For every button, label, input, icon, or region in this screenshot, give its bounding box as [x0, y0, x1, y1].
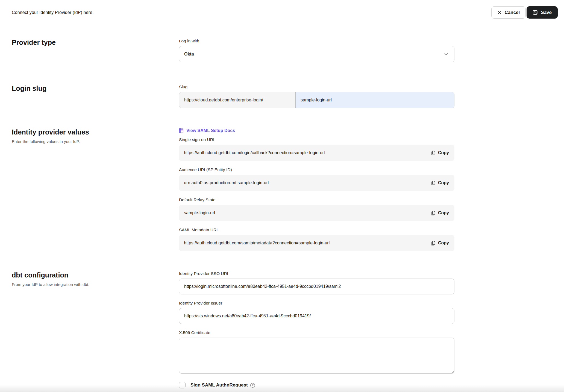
docs-icon: [179, 128, 184, 133]
cancel-button[interactable]: Cancel: [491, 6, 526, 19]
sign-authn-request-row: Sign SAML AuthnRequest ?: [179, 382, 454, 388]
idp-sso-url-label: Identity Provider SSO URL: [179, 271, 454, 276]
copy-icon: [431, 241, 436, 246]
sso-url-value: https://auth.cloud.getdbt.com/login/call…: [184, 150, 325, 155]
provider-type-section: Provider type Log in with Okta: [0, 38, 564, 62]
slug-label: Slug: [179, 84, 454, 90]
login-slug-section: Login slug Slug https://cloud.getdbt.com…: [0, 84, 564, 108]
sign-authn-request-checkbox[interactable]: [179, 382, 186, 388]
save-button[interactable]: Save: [527, 6, 558, 19]
provider-select-value: Okta: [184, 52, 194, 57]
login-slug-heading: Login slug: [12, 84, 168, 92]
dbt-configuration-section: dbt configuration From your IdP to allow…: [0, 271, 564, 388]
sso-url-field: Single sign-on URL https://auth.cloud.ge…: [179, 137, 454, 161]
copy-button[interactable]: Copy: [430, 149, 450, 157]
sign-authn-request-label: Sign SAML AuthnRequest: [190, 382, 248, 388]
copy-button-label: Copy: [438, 241, 449, 245]
view-saml-docs-link[interactable]: View SAML Setup Docs: [179, 128, 235, 133]
copy-button-label: Copy: [438, 150, 449, 155]
copy-row: https://auth.cloud.getdbt.com/samlp/meta…: [179, 235, 454, 251]
page-header: Connect your Identity Provider (IdP) her…: [0, 0, 564, 19]
certificate-label: X.509 Certificate: [179, 330, 454, 335]
idp-values-section: Identity provider values Enter the follo…: [0, 128, 564, 251]
audience-uri-label: Audience URI (SP Entity ID): [179, 167, 454, 172]
relay-state-field: Default Relay State sample-login-url Cop…: [179, 197, 454, 221]
dbt-config-heading: dbt configuration: [12, 271, 168, 279]
close-icon: [497, 10, 502, 15]
copy-button-label: Copy: [438, 210, 449, 215]
certificate-textarea[interactable]: [179, 338, 454, 374]
provider-select[interactable]: Okta: [179, 46, 454, 62]
slug-input[interactable]: [295, 92, 454, 108]
view-saml-docs-label: View SAML Setup Docs: [186, 128, 235, 133]
copy-button[interactable]: Copy: [430, 179, 450, 187]
idp-issuer-label: Identity Provider Issuer: [179, 300, 454, 306]
copy-icon: [431, 210, 436, 216]
svg-text:?: ?: [252, 384, 254, 387]
idp-values-subtext: Enter the following values in your IdP.: [12, 139, 168, 144]
metadata-url-field: SAML Metadata URL https://auth.cloud.get…: [179, 227, 454, 251]
sso-url-label: Single sign-on URL: [179, 137, 454, 142]
chevron-down-icon: [444, 53, 448, 55]
audience-uri-value: urn:auth0:us-production-mt:sample-login-…: [184, 180, 269, 185]
dbt-config-subtext: From your IdP to allow integration with …: [12, 282, 168, 287]
copy-button-label: Copy: [438, 180, 449, 185]
copy-button[interactable]: Copy: [430, 209, 450, 217]
idp-sso-url-input[interactable]: [179, 279, 454, 294]
slug-input-group: https://cloud.getdbt.com/enterprise-logi…: [179, 92, 454, 108]
copy-row: sample-login-url Copy: [179, 205, 454, 221]
page-title: Connect your Identity Provider (IdP) her…: [12, 10, 93, 15]
copy-row: https://auth.cloud.getdbt.com/login/call…: [179, 145, 454, 161]
copy-icon: [431, 150, 436, 156]
slug-url-prefix: https://cloud.getdbt.com/enterprise-logi…: [179, 92, 295, 108]
metadata-url-value: https://auth.cloud.getdbt.com/samlp/meta…: [184, 241, 330, 245]
header-actions: Cancel Save: [491, 6, 558, 19]
login-with-label: Log in with: [179, 38, 454, 44]
relay-state-value: sample-login-url: [184, 210, 215, 215]
idp-issuer-field: Identity Provider Issuer: [179, 300, 454, 324]
copy-button[interactable]: Copy: [430, 239, 450, 247]
certificate-field: X.509 Certificate: [179, 330, 454, 375]
relay-state-label: Default Relay State: [179, 197, 454, 203]
save-floppy-icon: [533, 10, 538, 15]
metadata-url-label: SAML Metadata URL: [179, 227, 454, 233]
copy-icon: [431, 180, 436, 186]
idp-issuer-input[interactable]: [179, 308, 454, 324]
copy-row: urn:auth0:us-production-mt:sample-login-…: [179, 175, 454, 191]
provider-type-heading: Provider type: [12, 38, 168, 46]
help-icon[interactable]: ?: [250, 383, 255, 388]
idp-values-heading: Identity provider values: [12, 128, 168, 136]
save-button-label: Save: [541, 10, 552, 15]
cancel-button-label: Cancel: [505, 10, 520, 15]
idp-sso-url-field: Identity Provider SSO URL: [179, 271, 454, 294]
audience-uri-field: Audience URI (SP Entity ID) urn:auth0:us…: [179, 167, 454, 191]
